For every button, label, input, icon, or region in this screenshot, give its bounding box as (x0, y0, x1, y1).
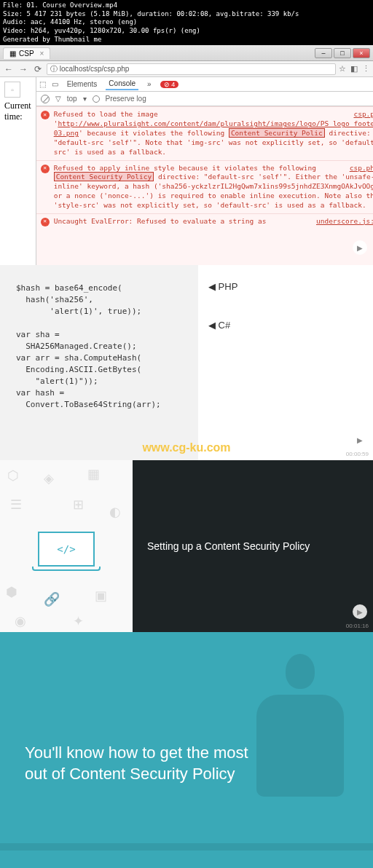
back-button[interactable]: ← (3, 63, 15, 75)
label-php: ◀ PHP (208, 281, 363, 292)
slide-title: Setting up a Content Security Policy (147, 540, 310, 552)
filter-icon[interactable]: ▽ (55, 95, 61, 103)
meta-generated: Generated by Thumbnail me (3, 36, 370, 44)
slide-text-line2: out of Content Security Policy (25, 763, 248, 785)
url-input[interactable]: ⓘ localhost/csp/csp.php (47, 63, 336, 75)
browser-tab[interactable]: ▦ CSP × (3, 47, 50, 59)
content-area: ▫ Current time: ⬚ ▭ Elements Console » ⊘… (0, 77, 373, 265)
person-silhouette (242, 654, 358, 843)
console-toolbar: ▽ top ▾ Preserve log (36, 92, 373, 106)
decorative-icon: 🔗 (44, 591, 60, 607)
meta-size: Size: 5 417 231 bytes (5.18 MiB), durati… (3, 10, 370, 19)
csp-highlight: Content Security Policy (54, 172, 154, 181)
code-slide: $hash = base64_encode( hash('sha256', 'a… (0, 265, 373, 460)
tab-favicon: ▦ (9, 50, 16, 58)
error-icon: ✕ (41, 111, 50, 119)
page-viewport: ▫ Current time: (0, 77, 36, 265)
laptop-screen: </> (38, 532, 95, 567)
csp-highlight: Content Security Polic (229, 128, 325, 138)
forward-button[interactable]: → (17, 63, 29, 75)
slide-text: You'll know how to get the most out of C… (25, 742, 248, 785)
tab-console[interactable]: Console (106, 78, 138, 90)
timestamp: 00:00:59 (346, 451, 369, 457)
device-icon[interactable]: ▭ (52, 80, 58, 88)
decorative-icon: ▣ (95, 588, 107, 604)
decorative-icon: ✦ (73, 613, 84, 629)
error-icon: ✕ (41, 218, 50, 226)
decorative-icon: ☰ (10, 497, 22, 513)
inspect-icon[interactable]: ⬚ (39, 80, 46, 88)
decorative-icon: ◉ (15, 613, 26, 629)
page-text: Current time: (4, 100, 31, 122)
broken-image-icon: ▫ (4, 82, 20, 98)
tab-elements[interactable]: Elements (64, 79, 101, 90)
timestamp: 00:01:16 (346, 623, 369, 629)
extension-icon[interactable]: ◧ (350, 64, 358, 74)
slide-title-panel: Setting up a Content Security Policy (133, 460, 373, 632)
tab-title: CSP (19, 50, 34, 58)
devtools-panel: ⬚ ▭ Elements Console » ⊘ 4 ⋮ × ▽ top ▾ P… (36, 77, 373, 265)
meta-video: Video: h264, yuv420p, 1280x720, 30.00 fp… (3, 27, 370, 36)
decorative-icon: ◐ (109, 504, 121, 520)
preserve-log-label: Preserve log (106, 95, 146, 103)
context-dropdown-icon[interactable]: ▾ (83, 95, 87, 103)
decorative-icon: ⬡ (7, 467, 19, 484)
tab-more[interactable]: » (144, 79, 154, 90)
code-labels: ◀ PHP ◀ C# (198, 265, 373, 460)
clear-console-icon[interactable] (41, 95, 50, 103)
decorative-icon: ◈ (44, 470, 54, 486)
preserve-log-checkbox[interactable] (93, 95, 100, 103)
title-slide: ⬡ ◈ ▦ ☰ ⊞ ◐ ⬢ 🔗 ▣ ◉ ✦ </> Setting up a C… (0, 460, 373, 632)
close-button[interactable]: × (353, 48, 370, 58)
decorative-icon: ⬢ (6, 584, 17, 600)
console-error: ✕ csp.php:9 Refused to load the image 'h… (36, 106, 373, 159)
error-source[interactable]: underscore.js:1457 (316, 217, 373, 226)
tab-close-icon[interactable]: × (40, 50, 44, 58)
error-source[interactable]: csp.php:9 (353, 110, 373, 119)
address-bar: ← → ⟳ ⓘ localhost/csp/csp.php ☆ ◧ ⋮ (0, 61, 373, 77)
browser-tab-bar: ▦ CSP × – □ × (0, 45, 373, 61)
console-error: ✕ csp.php:10 Refused to apply inline sty… (36, 160, 373, 213)
laptop-icon: </> (32, 532, 101, 574)
decorative-icon: ⊞ (73, 497, 84, 513)
url-text: localhost/csp/csp.php (60, 65, 130, 73)
video-metadata-overlay: File: 01. Course Overview.mp4 Size: 5 41… (0, 0, 373, 45)
console-output: ✕ csp.php:9 Refused to load the image 'h… (36, 106, 373, 265)
insecure-icon: ⓘ (50, 65, 58, 73)
window-controls: – □ × (315, 48, 370, 58)
desk-line (0, 843, 373, 851)
laptop-base (32, 567, 101, 571)
watermark: www.cg-ku.com (0, 441, 373, 454)
meta-audio: Audio: aac, 44100 Hz, stereo (eng) (3, 18, 370, 27)
meta-file: File: 01. Course Overview.mp4 (3, 1, 370, 10)
label-csharp: ◀ C# (208, 320, 363, 331)
minimize-button[interactable]: – (315, 48, 332, 58)
error-icon: ✕ (41, 165, 50, 173)
context-select[interactable]: top (67, 95, 77, 103)
decorative-icon: ▦ (87, 466, 100, 482)
reload-button[interactable]: ⟳ (32, 63, 44, 75)
menu-icon[interactable]: ⋮ (362, 64, 370, 74)
maximize-button[interactable]: □ (334, 48, 351, 58)
slide-graphic-panel: ⬡ ◈ ▦ ☰ ⊞ ◐ ⬢ 🔗 ▣ ◉ ✦ </> (0, 460, 133, 632)
console-error: ✕ underscore.js:1457 Uncaught EvalError:… (36, 213, 373, 229)
error-source[interactable]: csp.php:10 (350, 164, 373, 173)
slide-text-line1: You'll know how to get the most (25, 742, 248, 764)
star-icon[interactable]: ☆ (339, 64, 346, 74)
outcome-slide: You'll know how to get the most out of C… (0, 632, 373, 868)
devtools-tab-bar: ⬚ ▭ Elements Console » ⊘ 4 ⋮ × (36, 77, 373, 92)
code-block: $hash = base64_encode( hash('sha256', 'a… (0, 265, 198, 460)
error-count-badge: ⊘ 4 (160, 81, 179, 88)
